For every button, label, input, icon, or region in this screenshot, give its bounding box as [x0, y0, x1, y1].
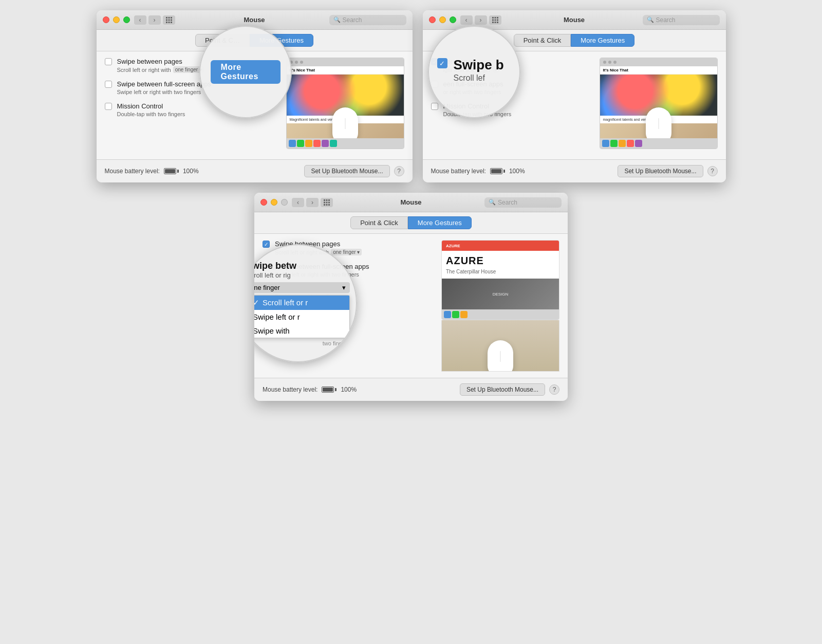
search-label-1: Search — [343, 16, 362, 24]
forward-button-2[interactable]: › — [475, 15, 487, 25]
checkbox-swipe-pages-3[interactable]: ✓ — [263, 241, 270, 248]
bluetooth-button-3[interactable]: Set Up Bluetooth Mouse... — [460, 383, 545, 396]
checkbox-swipe-pages-1[interactable] — [105, 58, 112, 65]
battery-label-3: Mouse battery level: — [263, 386, 317, 393]
battery-fill-3 — [323, 388, 333, 392]
traffic-lights-3 — [260, 199, 288, 206]
footer-buttons-3: Set Up Bluetooth Mouse... ? — [460, 383, 559, 396]
close-button-2[interactable] — [429, 16, 436, 23]
grid-button-3[interactable] — [321, 198, 333, 207]
minimize-button-3[interactable] — [271, 199, 277, 206]
window-footer-2: Mouse battery level: 100% Set Up Bluetoo… — [423, 159, 726, 182]
svg-rect-13 — [494, 19, 496, 21]
option-swipe-with-label-3: Swipe with — [254, 326, 290, 335]
dropdown-option-swipe-two-3[interactable]: Swipe left or r — [254, 310, 349, 324]
svg-rect-3 — [166, 19, 167, 21]
mag-swipe-text-2: Swipe b — [454, 57, 504, 73]
checkbox-mission-control-1[interactable] — [105, 103, 112, 110]
ss-dot-1b — [295, 61, 298, 64]
battery-info-2: Mouse battery level: 100% — [431, 168, 525, 175]
help-button-1[interactable]: ? — [394, 166, 404, 176]
battery-icon-1 — [164, 168, 179, 174]
bluetooth-button-2[interactable]: Set Up Bluetooth Mouse... — [618, 165, 703, 177]
screenshot-content-1: It's Nice That Magnificent talents and v… — [287, 66, 404, 138]
setting-title-mission-control-1: Mission Control — [117, 102, 185, 110]
tab-point-click-3[interactable]: Point & Click — [350, 216, 408, 229]
battery-body-2 — [490, 168, 502, 174]
help-button-2[interactable]: ? — [707, 166, 718, 176]
battery-percent-2: 100% — [509, 168, 525, 175]
grid-button-2[interactable] — [489, 15, 501, 25]
minimize-button-2[interactable] — [439, 16, 446, 23]
mag-swipe-label-3: Swipe betw — [254, 261, 350, 271]
window-footer-1: Mouse battery level: 100% Set Up Bluetoo… — [97, 159, 413, 182]
svg-rect-10 — [494, 17, 496, 19]
dropdown-trigger-3[interactable]: one finger ▾ — [254, 282, 350, 293]
battery-percent-1: 100% — [183, 168, 199, 175]
search-bar-3[interactable]: 🔍 Search — [484, 197, 562, 208]
search-label-3: Search — [498, 199, 517, 206]
close-button-1[interactable] — [103, 16, 109, 23]
mag-content-2: ✓ Swipe b Scroll lef — [429, 49, 519, 95]
checkbox-mission-control-2[interactable] — [431, 103, 438, 110]
svg-rect-0 — [166, 17, 167, 19]
dock-icon-3a — [444, 311, 451, 318]
mouse-body-3 — [488, 340, 513, 372]
back-button-2[interactable]: ‹ — [460, 15, 473, 25]
article-title-area-3: AZURE The Caterpillar House — [442, 251, 559, 279]
option-scroll-one-label-3: Scroll left or r — [263, 298, 308, 307]
battery-percent-3: 100% — [341, 386, 357, 393]
dropdown-option-swipe-with-3[interactable]: Swipe with — [254, 324, 349, 338]
dropdown-arrow-3: ▾ — [342, 284, 346, 291]
preview-area-1: It's Nice That Magnificent talents and v… — [286, 58, 404, 153]
bluetooth-button-1[interactable]: Set Up Bluetooth Mouse... — [304, 165, 389, 177]
svg-rect-15 — [492, 22, 494, 23]
back-button-1[interactable]: ‹ — [134, 15, 146, 25]
dropdown-option-scroll-one-3[interactable]: ✓ Scroll left or r — [254, 296, 349, 310]
back-button-3[interactable]: ‹ — [292, 198, 304, 207]
close-button-3[interactable] — [260, 199, 267, 206]
dropdown-current-3: one finger — [254, 284, 280, 291]
grid-button-1[interactable] — [163, 15, 175, 25]
search-icon-3: 🔍 — [489, 199, 496, 206]
tab-bar-3: Point & Click More Gestures — [254, 212, 568, 234]
panel-1: ‹ › Mouse 🔍 Search Point & C… Mor — [97, 10, 413, 182]
battery-label-1: Mouse battery level: — [105, 168, 160, 175]
forward-button-1[interactable]: › — [148, 15, 161, 25]
checkbox-swipe-apps-1[interactable] — [105, 81, 112, 88]
svg-rect-8 — [171, 22, 172, 23]
battery-icon-3 — [322, 387, 337, 393]
footer-buttons-1: Set Up Bluetooth Mouse... ? — [304, 165, 404, 177]
search-bar-2[interactable]: 🔍 Search — [643, 15, 720, 25]
article-big-title-3: AZURE — [446, 255, 555, 267]
dock-icon-2c — [619, 140, 626, 147]
mag-two-fingers-label-3: two fingers — [254, 340, 350, 346]
dropdown-3[interactable]: one finger ▾ — [331, 249, 362, 255]
mouse-preview-3 — [441, 320, 559, 372]
traffic-lights-1 — [103, 16, 130, 23]
mag-check-row-2: ✓ Swipe b Scroll lef — [437, 57, 511, 82]
forward-button-3[interactable]: › — [306, 198, 319, 207]
tab-more-gestures-2[interactable]: More Gestures — [571, 34, 634, 47]
search-bar-1[interactable]: 🔍 Search — [329, 15, 406, 25]
screenshot-content-2: It's Nice That magnificent talents and v… — [600, 66, 717, 138]
preview-area-2: It's Nice That magnificent talents and v… — [600, 58, 718, 153]
preview-area-3: AZURE AZURE The Caterpillar House DESIGN — [441, 240, 559, 372]
mag-content-3: Swipe betw Scroll left or rig one finger… — [254, 254, 356, 353]
minimize-button-1[interactable] — [113, 16, 120, 23]
tab-more-gestures-3[interactable]: More Gestures — [408, 216, 472, 229]
tab-point-click-2[interactable]: Point & Click — [514, 34, 571, 47]
dock-bar-3 — [442, 309, 559, 320]
maximize-button-2[interactable] — [450, 16, 456, 23]
dropdown-menu-3: ✓ Scroll left or r Swipe left or r Swipe… — [254, 295, 350, 338]
mag-scroll-label-3: Scroll left or rig — [254, 271, 350, 279]
help-button-3[interactable]: ? — [549, 384, 559, 395]
dock-icon-2d — [627, 140, 634, 147]
battery-label-2: Mouse battery level: — [431, 168, 486, 175]
maximize-button-1[interactable] — [123, 16, 130, 23]
svg-rect-2 — [171, 17, 172, 19]
ss-dot-1c — [300, 61, 303, 64]
mouse-line-3 — [500, 351, 501, 362]
svg-rect-19 — [326, 199, 328, 201]
inactive-button-3 — [281, 199, 288, 206]
